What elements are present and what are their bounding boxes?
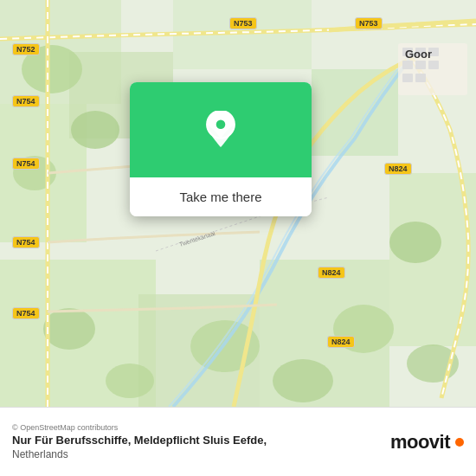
svg-point-15 xyxy=(43,308,95,350)
svg-point-13 xyxy=(389,222,441,263)
map-container: Twentekanaal N752 N753 N753 N754 N754 N7… xyxy=(0,0,476,407)
place-name: Nur Für Berufsschiffe, Meldepflicht Slui… xyxy=(12,434,390,448)
svg-point-32 xyxy=(216,120,226,130)
place-country: Netherlands xyxy=(12,448,390,460)
svg-rect-5 xyxy=(312,69,398,156)
location-pin-icon xyxy=(202,111,240,149)
popup-card: Take me there xyxy=(130,82,312,216)
take-me-there-button[interactable]: Take me there xyxy=(130,177,312,216)
svg-rect-25 xyxy=(415,61,426,69)
moovit-logo-text: moovit xyxy=(390,431,450,453)
road-label-n824c: N824 xyxy=(327,336,355,348)
road-label-n754b: N754 xyxy=(12,158,40,170)
moovit-logo: moovit xyxy=(390,431,464,453)
road-label-n753: N753 xyxy=(229,17,257,29)
svg-point-17 xyxy=(273,359,333,402)
road-label-n754a: N754 xyxy=(12,95,40,107)
bottom-info: © OpenStreetMap contributors Nur Für Ber… xyxy=(12,423,390,460)
road-label-n824a: N824 xyxy=(384,163,412,175)
city-label-goor: Goor xyxy=(405,48,432,61)
svg-rect-28 xyxy=(415,74,426,82)
svg-point-11 xyxy=(71,111,119,149)
road-label-n753b: N753 xyxy=(355,17,383,29)
svg-rect-26 xyxy=(428,61,439,69)
road-label-n824b: N824 xyxy=(318,267,345,279)
svg-point-18 xyxy=(106,363,154,398)
popup-green-area xyxy=(130,82,312,177)
svg-rect-24 xyxy=(402,61,413,69)
road-label-n752: N752 xyxy=(12,43,40,55)
road-label-n754d: N754 xyxy=(12,307,40,319)
moovit-dot-icon xyxy=(455,438,464,447)
road-label-n754c: N754 xyxy=(12,236,40,248)
bottom-bar: © OpenStreetMap contributors Nur Für Ber… xyxy=(0,407,476,476)
attribution-text: © OpenStreetMap contributors xyxy=(12,423,390,432)
svg-rect-27 xyxy=(402,74,413,82)
